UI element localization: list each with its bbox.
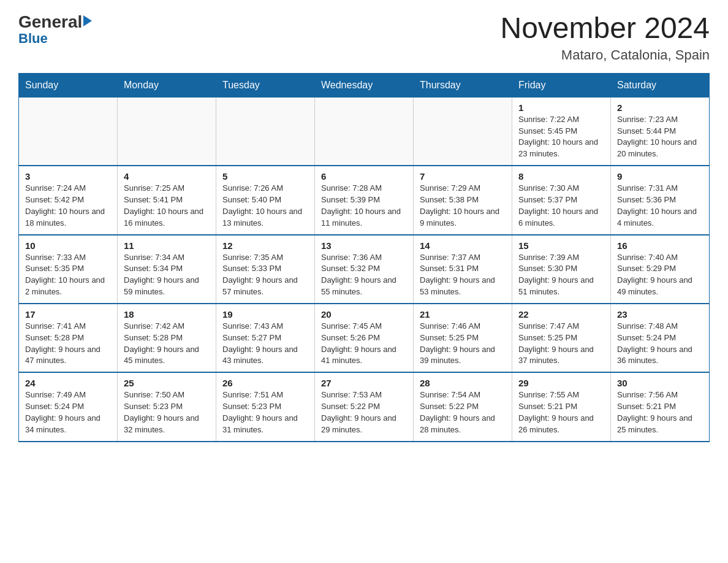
calendar-subtitle: Mataro, Catalonia, Spain: [500, 47, 710, 63]
calendar-cell: [414, 97, 512, 166]
day-info: Sunrise: 7:56 AM Sunset: 5:21 PM Dayligh…: [617, 389, 703, 435]
calendar-cell: 19Sunrise: 7:43 AM Sunset: 5:27 PM Dayli…: [216, 304, 315, 372]
day-number: 18: [124, 309, 210, 320]
weekday-header-sunday: Sunday: [19, 73, 118, 97]
calendar-cell: 9Sunrise: 7:31 AM Sunset: 5:36 PM Daylig…: [611, 166, 710, 234]
day-number: 13: [321, 240, 407, 251]
day-number: 12: [222, 240, 308, 251]
calendar-cell: 7Sunrise: 7:29 AM Sunset: 5:38 PM Daylig…: [414, 166, 512, 234]
page-header: General Blue November 2024 Mataro, Catal…: [18, 12, 710, 63]
calendar-cell: 12Sunrise: 7:35 AM Sunset: 5:33 PM Dayli…: [216, 235, 315, 304]
day-number: 17: [25, 309, 111, 320]
day-number: 10: [25, 240, 111, 251]
calendar-cell: 29Sunrise: 7:55 AM Sunset: 5:21 PM Dayli…: [512, 372, 611, 441]
day-info: Sunrise: 7:28 AM Sunset: 5:39 PM Dayligh…: [321, 183, 407, 229]
calendar-cell: 13Sunrise: 7:36 AM Sunset: 5:32 PM Dayli…: [315, 235, 414, 304]
calendar-cell: 15Sunrise: 7:39 AM Sunset: 5:30 PM Dayli…: [512, 235, 611, 304]
day-number: 4: [124, 171, 210, 182]
day-info: Sunrise: 7:35 AM Sunset: 5:33 PM Dayligh…: [222, 252, 308, 298]
day-number: 16: [617, 240, 703, 251]
weekday-header-thursday: Thursday: [414, 73, 512, 97]
logo-triangle-icon: [83, 15, 92, 26]
calendar-cell: 3Sunrise: 7:24 AM Sunset: 5:42 PM Daylig…: [19, 166, 118, 234]
day-info: Sunrise: 7:39 AM Sunset: 5:30 PM Dayligh…: [518, 252, 604, 298]
day-number: 21: [420, 309, 506, 320]
calendar-cell: 14Sunrise: 7:37 AM Sunset: 5:31 PM Dayli…: [414, 235, 512, 304]
day-info: Sunrise: 7:30 AM Sunset: 5:37 PM Dayligh…: [518, 183, 604, 229]
calendar-cell: 10Sunrise: 7:33 AM Sunset: 5:35 PM Dayli…: [19, 235, 118, 304]
calendar-cell: 30Sunrise: 7:56 AM Sunset: 5:21 PM Dayli…: [611, 372, 710, 441]
day-info: Sunrise: 7:47 AM Sunset: 5:25 PM Dayligh…: [518, 321, 604, 367]
day-info: Sunrise: 7:25 AM Sunset: 5:41 PM Dayligh…: [124, 183, 210, 229]
day-number: 19: [222, 309, 308, 320]
weekday-header-row: SundayMondayTuesdayWednesdayThursdayFrid…: [19, 73, 710, 97]
calendar-cell: [19, 97, 118, 166]
day-number: 2: [617, 102, 703, 113]
calendar-cell: 5Sunrise: 7:26 AM Sunset: 5:40 PM Daylig…: [216, 166, 315, 234]
calendar-cell: 2Sunrise: 7:23 AM Sunset: 5:44 PM Daylig…: [611, 97, 710, 166]
calendar-cell: 6Sunrise: 7:28 AM Sunset: 5:39 PM Daylig…: [315, 166, 414, 234]
day-number: 20: [321, 309, 407, 320]
day-info: Sunrise: 7:43 AM Sunset: 5:27 PM Dayligh…: [222, 321, 308, 367]
calendar-cell: 23Sunrise: 7:48 AM Sunset: 5:24 PM Dayli…: [611, 304, 710, 372]
day-info: Sunrise: 7:51 AM Sunset: 5:23 PM Dayligh…: [222, 389, 308, 435]
calendar-cell: 28Sunrise: 7:54 AM Sunset: 5:22 PM Dayli…: [414, 372, 512, 441]
day-info: Sunrise: 7:23 AM Sunset: 5:44 PM Dayligh…: [617, 114, 703, 160]
logo: General Blue: [18, 12, 92, 45]
calendar-title: November 2024: [500, 12, 710, 45]
day-number: 23: [617, 309, 703, 320]
calendar-week-row: 24Sunrise: 7:49 AM Sunset: 5:24 PM Dayli…: [19, 372, 710, 441]
calendar-table: SundayMondayTuesdayWednesdayThursdayFrid…: [18, 73, 710, 442]
calendar-cell: 16Sunrise: 7:40 AM Sunset: 5:29 PM Dayli…: [611, 235, 710, 304]
calendar-cell: 24Sunrise: 7:49 AM Sunset: 5:24 PM Dayli…: [19, 372, 118, 441]
day-number: 14: [420, 240, 506, 251]
day-number: 29: [518, 378, 604, 388]
day-info: Sunrise: 7:22 AM Sunset: 5:45 PM Dayligh…: [518, 114, 604, 160]
calendar-week-row: 1Sunrise: 7:22 AM Sunset: 5:45 PM Daylig…: [19, 97, 710, 166]
day-info: Sunrise: 7:50 AM Sunset: 5:23 PM Dayligh…: [124, 389, 210, 435]
day-info: Sunrise: 7:24 AM Sunset: 5:42 PM Dayligh…: [25, 183, 111, 229]
day-info: Sunrise: 7:33 AM Sunset: 5:35 PM Dayligh…: [25, 252, 111, 298]
weekday-header-monday: Monday: [118, 73, 216, 97]
calendar-week-row: 10Sunrise: 7:33 AM Sunset: 5:35 PM Dayli…: [19, 235, 710, 304]
calendar-cell: 22Sunrise: 7:47 AM Sunset: 5:25 PM Dayli…: [512, 304, 611, 372]
day-info: Sunrise: 7:54 AM Sunset: 5:22 PM Dayligh…: [420, 389, 506, 435]
day-number: 3: [25, 171, 111, 182]
calendar-week-row: 17Sunrise: 7:41 AM Sunset: 5:28 PM Dayli…: [19, 304, 710, 372]
day-number: 1: [518, 102, 604, 113]
day-number: 27: [321, 378, 407, 388]
calendar-cell: 26Sunrise: 7:51 AM Sunset: 5:23 PM Dayli…: [216, 372, 315, 441]
calendar-cell: 27Sunrise: 7:53 AM Sunset: 5:22 PM Dayli…: [315, 372, 414, 441]
day-number: 5: [222, 171, 308, 182]
day-info: Sunrise: 7:48 AM Sunset: 5:24 PM Dayligh…: [617, 321, 703, 367]
day-number: 7: [420, 171, 506, 182]
day-number: 25: [124, 378, 210, 388]
weekday-header-tuesday: Tuesday: [216, 73, 315, 97]
day-info: Sunrise: 7:26 AM Sunset: 5:40 PM Dayligh…: [222, 183, 308, 229]
day-info: Sunrise: 7:40 AM Sunset: 5:29 PM Dayligh…: [617, 252, 703, 298]
calendar-cell: 18Sunrise: 7:42 AM Sunset: 5:28 PM Dayli…: [118, 304, 216, 372]
title-block: November 2024 Mataro, Catalonia, Spain: [500, 12, 710, 63]
day-number: 8: [518, 171, 604, 182]
calendar-cell: 25Sunrise: 7:50 AM Sunset: 5:23 PM Dayli…: [118, 372, 216, 441]
calendar-cell: 1Sunrise: 7:22 AM Sunset: 5:45 PM Daylig…: [512, 97, 611, 166]
calendar-cell: 20Sunrise: 7:45 AM Sunset: 5:26 PM Dayli…: [315, 304, 414, 372]
logo-blue-text: Blue: [18, 31, 48, 46]
day-number: 24: [25, 378, 111, 388]
weekday-header-saturday: Saturday: [611, 73, 710, 97]
calendar-cell: 17Sunrise: 7:41 AM Sunset: 5:28 PM Dayli…: [19, 304, 118, 372]
day-info: Sunrise: 7:55 AM Sunset: 5:21 PM Dayligh…: [518, 389, 604, 435]
day-info: Sunrise: 7:41 AM Sunset: 5:28 PM Dayligh…: [25, 321, 111, 367]
calendar-cell: 8Sunrise: 7:30 AM Sunset: 5:37 PM Daylig…: [512, 166, 611, 234]
day-info: Sunrise: 7:29 AM Sunset: 5:38 PM Dayligh…: [420, 183, 506, 229]
day-info: Sunrise: 7:42 AM Sunset: 5:28 PM Dayligh…: [124, 321, 210, 367]
calendar-cell: [216, 97, 315, 166]
day-info: Sunrise: 7:49 AM Sunset: 5:24 PM Dayligh…: [25, 389, 111, 435]
calendar-cell: 21Sunrise: 7:46 AM Sunset: 5:25 PM Dayli…: [414, 304, 512, 372]
calendar-cell: 4Sunrise: 7:25 AM Sunset: 5:41 PM Daylig…: [118, 166, 216, 234]
day-number: 15: [518, 240, 604, 251]
calendar-cell: [118, 97, 216, 166]
day-number: 22: [518, 309, 604, 320]
day-info: Sunrise: 7:36 AM Sunset: 5:32 PM Dayligh…: [321, 252, 407, 298]
day-number: 26: [222, 378, 308, 388]
